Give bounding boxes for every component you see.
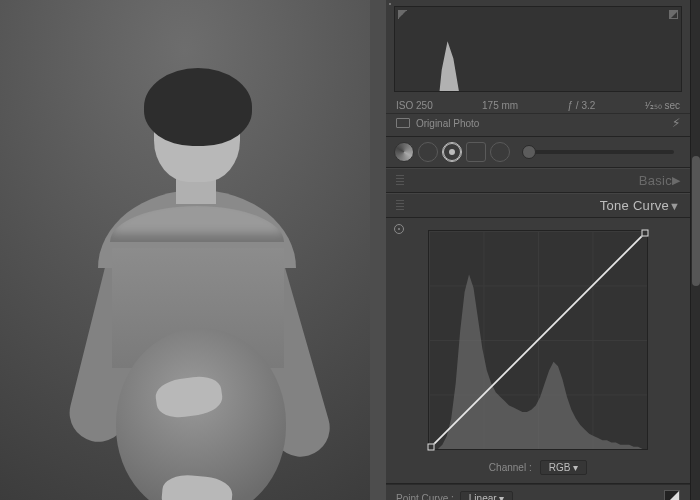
point-curve-label: Point Curve : — [396, 493, 454, 501]
local-adjustment-toolbar — [386, 137, 690, 168]
point-curve-toggle-icon[interactable] — [664, 490, 680, 500]
focal-length-label: 175 mm — [482, 100, 518, 111]
tone-curve-panel: Channel : RGB ▾ — [386, 218, 690, 484]
curve-point-black[interactable] — [428, 443, 435, 450]
chevron-right-icon: ▶ — [672, 174, 680, 187]
exif-row: ISO 250 175 mm ƒ / 3.2 ¹⁄₂₅₀ sec — [386, 96, 690, 113]
curve-line — [429, 231, 647, 449]
channel-select[interactable]: RGB ▾ — [540, 460, 587, 475]
curve-point-white[interactable] — [641, 230, 648, 237]
radial-filter-tool[interactable] — [490, 142, 510, 162]
app-root: ISO 250 175 mm ƒ / 3.2 ¹⁄₂₅₀ sec Origina… — [0, 0, 700, 500]
histogram[interactable] — [394, 6, 682, 92]
spot-removal-tool[interactable] — [418, 142, 438, 162]
panel-grip-icon — [396, 175, 404, 187]
histogram-plot — [395, 7, 681, 92]
redeye-tool[interactable] — [442, 142, 462, 162]
histogram-panel: ISO 250 175 mm ƒ / 3.2 ¹⁄₂₅₀ sec Origina… — [386, 0, 690, 137]
scrollbar-thumb[interactable] — [692, 156, 700, 286]
basic-title: Basic — [639, 173, 672, 188]
svg-marker-0 — [395, 41, 681, 92]
image-canvas[interactable] — [0, 0, 386, 500]
chevron-down-icon: ▼ — [669, 200, 680, 212]
point-curve-row: Point Curve : Linear ▾ — [386, 484, 690, 500]
mask-brush-size-slider[interactable] — [522, 150, 674, 154]
original-photo-icon — [396, 118, 410, 128]
tone-curve-title: Tone Curve — [600, 198, 669, 213]
shutter-label: ¹⁄₂₅₀ sec — [645, 100, 680, 111]
targeted-adjustment-icon[interactable] — [394, 224, 404, 234]
basic-panel-header[interactable]: Basic ▶ — [386, 168, 690, 193]
iso-label: ISO 250 — [396, 100, 433, 111]
flash-icon: ⚡︎ — [672, 116, 680, 130]
develop-panels: ISO 250 175 mm ƒ / 3.2 ¹⁄₂₅₀ sec Origina… — [386, 0, 700, 500]
svg-line-2 — [429, 231, 647, 449]
panel-scrollbar[interactable] — [690, 0, 700, 500]
point-curve-select[interactable]: Linear ▾ — [460, 491, 514, 501]
preview-photo — [0, 0, 370, 500]
channel-label: Channel : — [489, 462, 532, 473]
crop-tool[interactable] — [394, 142, 414, 162]
tone-curve-panel-header[interactable]: Tone Curve ▼ — [386, 193, 690, 218]
aperture-label: ƒ / 3.2 — [567, 100, 595, 111]
tone-curve-editor[interactable] — [428, 230, 648, 450]
graduated-filter-tool[interactable] — [466, 142, 486, 162]
panel-grip-icon — [396, 200, 404, 212]
original-photo-label: Original Photo — [416, 118, 479, 129]
